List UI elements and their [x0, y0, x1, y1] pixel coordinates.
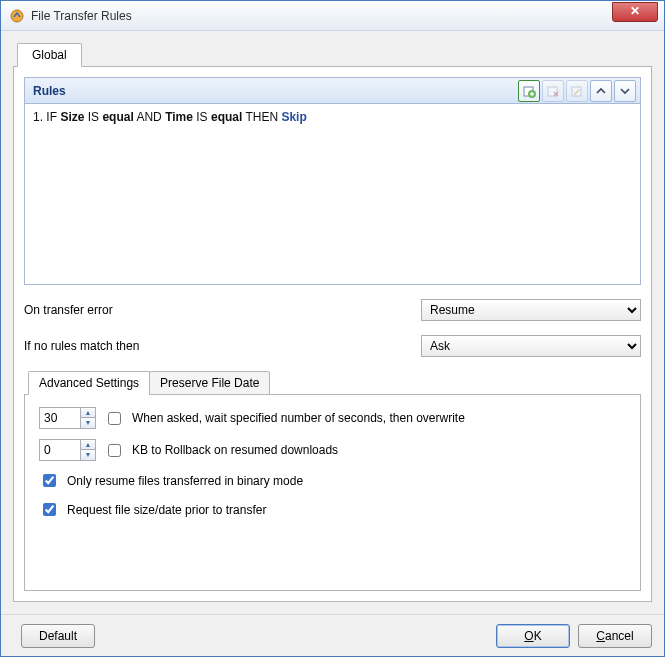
add-rule-icon: [522, 84, 536, 98]
no-match-label: If no rules match then: [24, 339, 421, 353]
window-title: File Transfer Rules: [31, 9, 612, 23]
inner-tabs: Advanced Settings Preserve File Date: [28, 371, 269, 395]
content-area: Global Rules: [1, 31, 664, 614]
spin-down-icon[interactable]: ▼: [81, 418, 95, 428]
delete-rule-icon: [546, 84, 560, 98]
request-size-row: Request file size/date prior to transfer: [39, 500, 626, 519]
spin-up-icon[interactable]: ▲: [81, 440, 95, 450]
move-up-button[interactable]: [590, 80, 612, 102]
wait-overwrite-label: When asked, wait specified number of sec…: [132, 411, 465, 425]
tab-preserve-file-date[interactable]: Preserve File Date: [149, 371, 270, 395]
edit-rule-button[interactable]: [566, 80, 588, 102]
default-button[interactable]: Default: [21, 624, 95, 648]
close-button[interactable]: ✕: [612, 2, 658, 22]
rollback-row: ▲▼ KB to Rollback on resumed downloads: [39, 439, 626, 461]
wait-seconds-row: ▲▼ When asked, wait specified number of …: [39, 407, 626, 429]
on-error-select[interactable]: Resume: [421, 299, 641, 321]
rules-header-label: Rules: [33, 84, 516, 98]
delete-rule-button[interactable]: [542, 80, 564, 102]
app-icon: [9, 8, 25, 24]
cancel-button[interactable]: Cancel: [578, 624, 652, 648]
wait-seconds-spin[interactable]: ▲▼: [81, 407, 96, 429]
rollback-kb-spin[interactable]: ▲▼: [81, 439, 96, 461]
rule-number: 1.: [33, 110, 43, 124]
wait-seconds-input[interactable]: [39, 407, 81, 429]
resume-binary-checkbox[interactable]: [43, 474, 56, 487]
rollback-kb-stepper[interactable]: ▲▼: [39, 439, 96, 461]
spin-down-icon[interactable]: ▼: [81, 450, 95, 460]
dialog-footer: Default OK Cancel: [1, 614, 664, 656]
request-size-checkbox[interactable]: [43, 503, 56, 516]
move-down-button[interactable]: [614, 80, 636, 102]
ok-button[interactable]: OK: [496, 624, 570, 648]
global-panel: Rules: [13, 66, 652, 602]
dialog-window: File Transfer Rules ✕ Global Rules: [0, 0, 665, 657]
rollback-checkbox[interactable]: [108, 444, 121, 457]
resume-binary-row: Only resume files transferred in binary …: [39, 471, 626, 490]
on-error-row: On transfer error Resume: [24, 299, 641, 321]
request-size-label: Request file size/date prior to transfer: [67, 503, 266, 517]
rule-item[interactable]: 1. IF Size IS equal AND Time IS equal TH…: [33, 110, 632, 124]
on-error-label: On transfer error: [24, 303, 421, 317]
close-icon: ✕: [630, 4, 640, 18]
edit-rule-icon: [570, 84, 584, 98]
wait-seconds-stepper[interactable]: ▲▼: [39, 407, 96, 429]
titlebar: File Transfer Rules ✕: [1, 1, 664, 31]
no-match-select[interactable]: Ask: [421, 335, 641, 357]
advanced-panel: ▲▼ When asked, wait specified number of …: [24, 394, 641, 591]
rules-list[interactable]: 1. IF Size IS equal AND Time IS equal TH…: [25, 104, 640, 284]
rules-box: Rules: [24, 77, 641, 285]
wait-overwrite-checkbox[interactable]: [108, 412, 121, 425]
spin-up-icon[interactable]: ▲: [81, 408, 95, 418]
chevron-down-icon: [619, 85, 631, 97]
tab-global[interactable]: Global: [17, 43, 82, 67]
chevron-up-icon: [595, 85, 607, 97]
tab-advanced-settings[interactable]: Advanced Settings: [28, 371, 150, 395]
rollback-label: KB to Rollback on resumed downloads: [132, 443, 338, 457]
add-rule-button[interactable]: [518, 80, 540, 102]
advanced-tab-container: Advanced Settings Preserve File Date ▲▼ …: [24, 371, 641, 591]
resume-binary-label: Only resume files transferred in binary …: [67, 474, 303, 488]
no-match-row: If no rules match then Ask: [24, 335, 641, 357]
main-tab-container: Global Rules: [13, 43, 652, 602]
rules-header: Rules: [25, 78, 640, 104]
rollback-kb-input[interactable]: [39, 439, 81, 461]
